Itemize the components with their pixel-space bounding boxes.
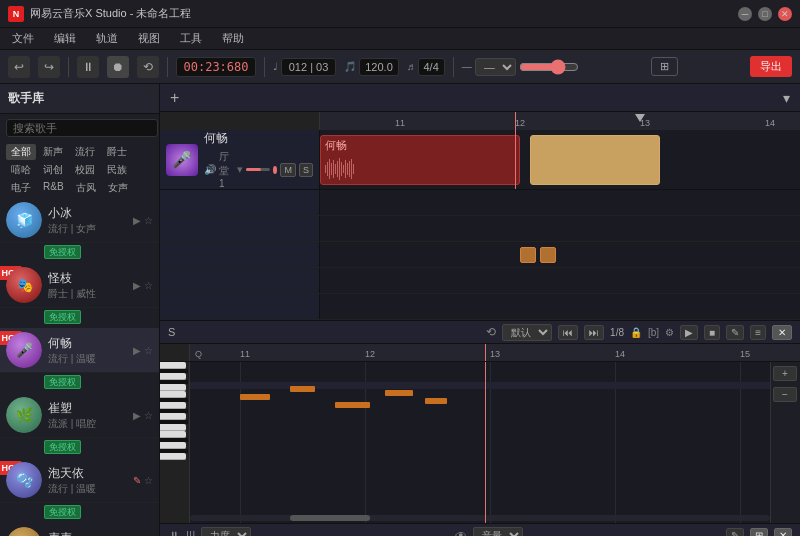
- vocal-vol-slider[interactable]: [246, 168, 270, 171]
- mixer-bars-icon[interactable]: |||: [186, 529, 195, 537]
- pr-note-2[interactable]: [290, 386, 315, 392]
- piano-roll-grid[interactable]: [190, 362, 770, 523]
- mixer-close-btn[interactable]: ✕: [774, 528, 792, 536]
- pause-btn[interactable]: ⏸: [77, 56, 99, 78]
- quantize-select[interactable]: 默认: [502, 324, 552, 341]
- singer-play-btn-guizhi[interactable]: ▶: [133, 280, 141, 291]
- note-block-1[interactable]: [520, 247, 536, 263]
- edit-btn-pr[interactable]: ✎: [726, 325, 744, 340]
- singer-item-cuisu[interactable]: 🌿 崔塑 流派 | 唱腔 ▶ ☆: [0, 393, 159, 438]
- pr-note-4[interactable]: [385, 390, 413, 396]
- sync-icon[interactable]: ⟲: [486, 325, 496, 339]
- piano-key-w1[interactable]: [160, 362, 186, 369]
- singer-play-btn-xiaobing[interactable]: ▶: [133, 215, 141, 226]
- minimize-btn[interactable]: ─: [738, 7, 752, 21]
- singer-item-mamai[interactable]: 🌾 麦麦 词创 | 中性 ▶ ☆: [0, 523, 159, 536]
- singer-item-guizhi[interactable]: HOT 🎭 怪枝 爵士 | 威性 ▶ ☆: [0, 263, 159, 308]
- vocal-solo-btn[interactable]: S: [299, 163, 313, 177]
- lock-icon[interactable]: 🔒: [630, 327, 642, 338]
- vocal-track-timeline[interactable]: 何畅: [320, 130, 800, 189]
- singer-play-btn-paotianyy[interactable]: ✎: [133, 475, 141, 486]
- pr-note-5[interactable]: [425, 398, 447, 404]
- mixer-vol-select[interactable]: 音量: [473, 527, 523, 536]
- piano-key-w9[interactable]: [160, 442, 186, 449]
- piano-key-w7[interactable]: [160, 424, 186, 431]
- pr-scrollbar-thumb[interactable]: [290, 515, 370, 521]
- menu-item-view[interactable]: 视图: [134, 29, 164, 48]
- undo-btn[interactable]: ↩: [8, 56, 30, 78]
- loop-end-marker[interactable]: [635, 114, 645, 122]
- pr-zoom-out[interactable]: −: [773, 387, 797, 402]
- mixer-channel-select[interactable]: 力度: [201, 527, 251, 536]
- piano-key-w3[interactable]: [160, 384, 186, 391]
- filter-tag-campus[interactable]: 校园: [70, 162, 100, 178]
- next-btn[interactable]: ⏭: [584, 325, 604, 340]
- singer-item-xiaobing[interactable]: 🧊 小冰 流行 | 女声 ▶ ☆: [0, 198, 159, 243]
- master-volume-slider[interactable]: [519, 59, 579, 75]
- search-input[interactable]: [6, 119, 158, 137]
- piano-key-w6[interactable]: [160, 413, 186, 420]
- pr-note-3[interactable]: [335, 402, 370, 408]
- vocal-block-tan[interactable]: [530, 135, 660, 185]
- vocal-block[interactable]: 何畅: [320, 135, 520, 185]
- redo-btn[interactable]: ↪: [38, 56, 60, 78]
- vocal-vol-icon[interactable]: 🔊: [204, 164, 216, 175]
- mixer-pause-icon[interactable]: ⏸: [168, 529, 180, 537]
- pr-zoom-in[interactable]: +: [773, 366, 797, 381]
- maximize-btn[interactable]: □: [758, 7, 772, 21]
- singer-star-btn-cuisu[interactable]: ☆: [144, 410, 153, 421]
- prev-btn[interactable]: ⏮: [558, 325, 578, 340]
- filter-tag-guofeng[interactable]: 古风: [71, 180, 101, 196]
- mixer-edit-btn[interactable]: ✎: [726, 528, 744, 536]
- mixer-expand-btn[interactable]: ⊞: [750, 528, 768, 536]
- singer-star-btn-guizhi[interactable]: ☆: [144, 280, 153, 291]
- filter-tag-rnb[interactable]: R&B: [38, 180, 69, 196]
- singer-play-btn-cuisu[interactable]: ▶: [133, 410, 141, 421]
- piano-key-w5[interactable]: [160, 402, 186, 409]
- vocal-mute-btn[interactable]: M: [280, 163, 296, 177]
- menu-item-track[interactable]: 轨道: [92, 29, 122, 48]
- export-btn[interactable]: 导出: [750, 56, 792, 77]
- filter-tag-pop[interactable]: 流行: [70, 144, 100, 160]
- param-icon[interactable]: [b]: [648, 327, 659, 338]
- stop-btn-pr[interactable]: ■: [704, 325, 720, 340]
- pr-scrollbar[interactable]: [190, 515, 770, 521]
- singer-star-btn-xiaobing[interactable]: ☆: [144, 215, 153, 226]
- filter-tag-new[interactable]: 新声: [38, 144, 68, 160]
- eq-btn-pr[interactable]: ≡: [750, 325, 766, 340]
- filter-tag-all[interactable]: 全部: [6, 144, 36, 160]
- play-btn-pr[interactable]: ▶: [680, 325, 698, 340]
- filter-tag-jazz[interactable]: 爵士: [102, 144, 132, 160]
- close-pr-btn[interactable]: ✕: [772, 325, 792, 340]
- singer-star-btn-paotianyy[interactable]: ☆: [144, 475, 153, 486]
- filter-tag-elec[interactable]: 电子: [6, 180, 36, 196]
- fx-select[interactable]: —: [475, 58, 516, 76]
- piano-key-w4[interactable]: [160, 391, 186, 398]
- filter-tag-compose[interactable]: 词创: [38, 162, 68, 178]
- menu-item-help[interactable]: 帮助: [218, 29, 248, 48]
- piano-key-w10[interactable]: [160, 453, 186, 460]
- screen-btn[interactable]: ⊞: [651, 57, 678, 76]
- track-settings-btn[interactable]: ▾: [781, 88, 792, 108]
- filter-tag-folk[interactable]: 民族: [102, 162, 132, 178]
- pr-note-1[interactable]: [240, 394, 270, 400]
- loop-btn[interactable]: ⟲: [137, 56, 159, 78]
- singer-item-hechang[interactable]: HOT 🎤 何畅 流行 | 温暖 ▶ ☆: [0, 328, 159, 373]
- mixer-eye-icon[interactable]: 👁: [455, 529, 467, 537]
- note-block-2[interactable]: [540, 247, 556, 263]
- filter-tag-female[interactable]: 女声: [103, 180, 133, 196]
- piano-key-w2[interactable]: [160, 373, 186, 380]
- menu-item-edit[interactable]: 编辑: [50, 29, 80, 48]
- singer-item-paotianyy[interactable]: HOT 🫧 泡天依 流行 | 温暖 ✎ ☆: [0, 458, 159, 503]
- menu-item-file[interactable]: 文件: [8, 29, 38, 48]
- window-controls[interactable]: ─ □ ✕: [738, 7, 792, 21]
- filter-tag-hiphop[interactable]: 嘻哈: [6, 162, 36, 178]
- close-btn[interactable]: ✕: [778, 7, 792, 21]
- piano-key-w8[interactable]: [160, 431, 186, 438]
- singer-star-btn-hechang[interactable]: ☆: [144, 345, 153, 356]
- menu-item-tools[interactable]: 工具: [176, 29, 206, 48]
- param-icon2[interactable]: ⚙: [665, 327, 674, 338]
- add-track-btn[interactable]: +: [168, 87, 181, 109]
- record-btn[interactable]: ⏺: [107, 56, 129, 78]
- singer-play-btn-hechang[interactable]: ▶: [133, 345, 141, 356]
